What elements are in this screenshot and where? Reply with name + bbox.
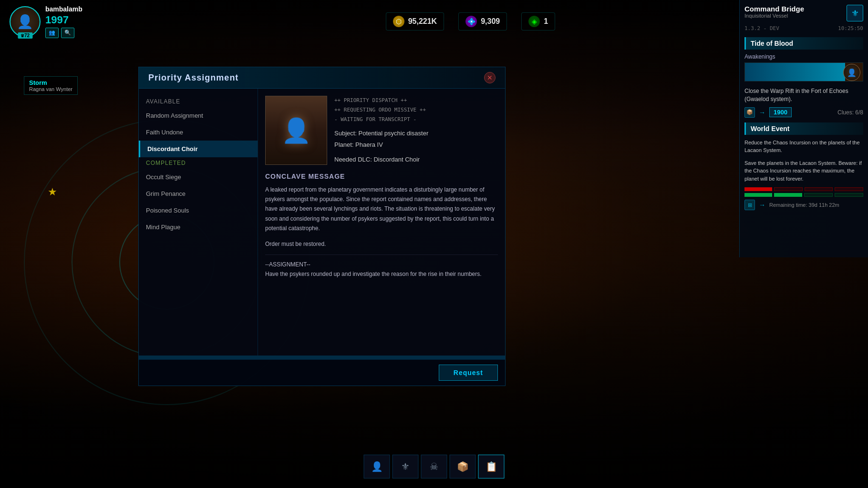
remaining-label: Remaining time: 39d 11h 22m [769,202,839,208]
available-label: Available [139,96,258,107]
chaos-bar [835,187,863,191]
nav-button-skull[interactable]: ☠ [421,455,447,478]
world-event-desc1: Reduce the Chaos Incursion on the planet… [744,139,863,154]
player-info: bambalamb 1997 👥 🔍 [45,5,83,38]
green-bar [804,193,833,197]
currency-gold: ⬡ 95,221K [386,12,444,30]
mission-item-discordant[interactable]: Discordant Choir [139,141,258,157]
character-star: ★ [48,186,57,198]
inquisitorial-vessel-label: Inquisitorial Vessel [744,13,804,19]
assignment-text: --ASSIGNMENT-- Have the psykers rounded … [265,260,498,279]
mission-item-faith[interactable]: Faith Undone [139,124,258,141]
remaining-arrow: → [759,201,765,209]
mission-dlc: Needed DLC: Discordant Choir [334,154,498,165]
purple-icon: 💠 [465,16,477,27]
version-time-bar: 1.3.2 - DEV 10:25:50 [744,25,863,31]
mission-item-random[interactable]: Random Assignment [139,107,258,124]
chaos-bars-row2 [744,193,863,197]
mission-meta: ++ PRIORITY DISPATCH ++ ++ REQUESTING OR… [334,96,498,165]
player-xp: 1997 [45,14,83,26]
mission-list: Available Random Assignment Faith Undone… [139,89,258,356]
right-panel-title-group: Command Bridge Inquisitorial Vessel [744,5,804,19]
green-bar [744,193,772,197]
character-name: Storm [29,79,72,86]
awakenings-section: Awakenings 👤 [744,53,863,81]
gold-icon: ⬡ [393,16,404,27]
nav-button-box[interactable]: 📦 [450,455,476,478]
mission-planet: Planet: Phaera IV [334,139,498,150]
awakenings-progress-bar: 👤 [744,62,863,81]
gold-value: 95,221K [408,17,437,26]
currency-green: ◈ 1 [521,12,555,30]
chaos-bar [805,187,833,191]
right-panel-header: Command Bridge Inquisitorial Vessel ⚜ [744,5,863,21]
world-event-desc2: Save the planets in the Lacaon System. B… [744,159,863,183]
chaos-bars-row1 [744,187,863,191]
horizontal-scrollbar[interactable] [139,356,505,359]
remaining-icon: ⊞ [744,200,755,210]
player-name: bambalamb [45,5,83,13]
dispatch-text: ++ PRIORITY DISPATCH ++ ++ REQUESTING OR… [334,96,498,124]
mission-portrait: 👤 [265,96,327,165]
priority-assignment-dialog: Priority Assignment ✕ Available Random A… [138,67,506,386]
green-bar [774,193,802,197]
reward-row: 📦 → 1900 Clues: 6/8 [744,107,863,118]
close-button[interactable]: ✕ [484,72,496,83]
player-avatar: 👤 ♛72 [10,6,41,37]
time-label: 10:25:50 [838,25,863,31]
completed-label: Completed [139,157,258,169]
nav-button-person[interactable]: 👤 [364,455,390,478]
dialog-title: Priority Assignment [148,73,238,83]
mission-subject: Subject: Potential psychic disaster [334,128,498,139]
reward-value: 1900 [769,107,792,117]
green-value: 1 [544,17,548,26]
awakenings-fill [745,63,845,81]
scene-character-info: Storm Ragna van Wynter [24,76,78,95]
bottom-navigation: 👤 ⚜ ☠ 📦 📋 [364,455,505,478]
mission-item-mind[interactable]: Mind Plague [139,219,258,235]
mission-header: 👤 ++ PRIORITY DISPATCH ++ ++ REQUESTING … [265,96,498,165]
reward-icon: 📦 [744,107,755,118]
top-bar: 👤 ♛72 bambalamb 1997 👥 🔍 ⬡ 95,221K 💠 9,3… [0,0,868,43]
command-bridge-title: Command Bridge [744,5,804,13]
chaos-bar [774,187,803,191]
order-text: Order must be restored. [265,239,498,249]
mission-details: Subject: Potential psychic disaster Plan… [334,128,498,165]
awakenings-label: Awakenings [744,53,863,60]
tide-of-blood-header: Tide of Blood [744,37,863,50]
right-panel: Command Bridge Inquisitorial Vessel ⚜ 1.… [739,0,868,257]
chaos-bar [744,187,772,191]
dialog-title-bar: Priority Assignment ✕ [139,67,505,89]
player-action-icons: 👥 🔍 [45,28,83,38]
clues-label: Clues: 6/8 [837,109,863,116]
mission-content: 👤 ++ PRIORITY DISPATCH ++ ++ REQUESTING … [258,89,505,356]
currency-purple: 💠 9,309 [458,12,507,30]
portrait-icon: 👤 [281,117,311,144]
awakenings-portrait: 👤 [843,64,860,81]
portrait-figure: 👤 [266,96,327,164]
mission-separator [265,254,498,255]
purple-value: 9,309 [481,17,500,26]
conclave-title: CONCLAVE MESSAGE [265,173,498,180]
mission-item-poisoned[interactable]: Poisoned Souls [139,202,258,219]
quest-description: Close the Warp Rift in the Fort of Echoe… [744,87,863,103]
player-icon-2[interactable]: 🔍 [61,28,74,38]
player-level: ♛72 [18,32,32,39]
nav-button-book[interactable]: 📋 [478,455,505,478]
world-event-section: World Event Reduce the Chaos Incursion o… [744,122,863,211]
mission-item-occult[interactable]: Occult Siege [139,169,258,185]
request-button[interactable]: Request [439,365,498,381]
vessel-icon: ⚜ [847,5,863,21]
green-icon: ◈ [528,16,540,27]
mission-item-grim[interactable]: Grim Penance [139,185,258,202]
version-label: 1.3.2 - DEV [744,25,779,31]
arrow-icon: → [759,109,765,116]
world-event-header: World Event [744,122,863,135]
mission-description: A leaked report from the planetary gover… [265,185,498,234]
character-subtitle: Ragna van Wynter [29,86,72,92]
player-icon-1[interactable]: 👥 [45,28,59,38]
dialog-footer: Request [139,359,505,386]
dialog-body: Available Random Assignment Faith Undone… [139,89,505,356]
player-section: 👤 ♛72 bambalamb 1997 👥 🔍 [10,5,83,38]
nav-button-shield[interactable]: ⚜ [393,455,419,478]
